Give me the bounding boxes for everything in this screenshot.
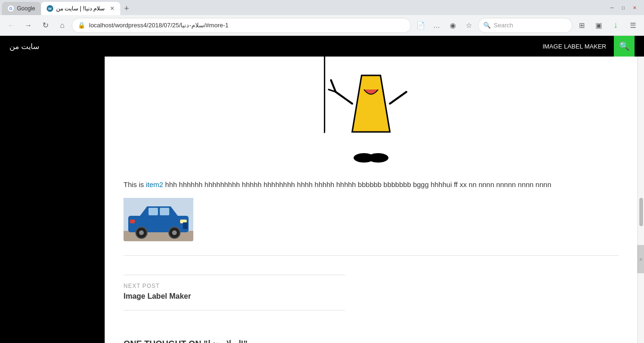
download-button[interactable]: ↓	[608, 18, 623, 33]
svg-point-6	[368, 153, 388, 163]
post-text: This is item2 hhh hhhhhh hhhhhhhhh hhhhh…	[124, 179, 619, 190]
tab-wp-label: سلام دنیا! | سایت من	[56, 5, 105, 12]
menu-button[interactable]: ☰	[625, 18, 640, 33]
bookmark-button[interactable]: ☆	[461, 18, 476, 33]
illustration-container	[124, 57, 619, 170]
content-area: This is item2 hhh hhhhhh hhhhhhhhh hhhhh…	[105, 57, 637, 343]
scrollbar-thumb[interactable]	[639, 198, 643, 226]
google-favicon	[8, 5, 14, 12]
next-post-title[interactable]: Image Label Maker	[124, 292, 619, 301]
stick-figure-image	[324, 57, 418, 170]
close-button[interactable]: ✕	[631, 4, 638, 11]
more-options-button[interactable]: …	[429, 18, 444, 33]
header-right: IMAGE LABEL MAKER 🔍	[535, 36, 635, 57]
refresh-button[interactable]: ↻	[38, 18, 53, 33]
comments-section: ONE THOUGHT ON "إسلام دنیا!"	[124, 334, 619, 343]
right-scrollbar[interactable]	[637, 57, 644, 343]
tab-wp[interactable]: سلام دنیا! | سایت من ✕	[41, 2, 120, 15]
svg-point-22	[172, 230, 177, 235]
reader-mode-button[interactable]: 📄	[413, 18, 428, 33]
tab-google[interactable]: Google	[2, 2, 41, 15]
svg-line-8	[390, 92, 406, 104]
sidebar-toggle-button[interactable]: ▣	[591, 18, 606, 33]
back-button[interactable]: ←	[4, 18, 19, 33]
tab-google-label: Google	[17, 5, 35, 12]
search-placeholder: Search	[494, 22, 513, 29]
search-icon: 🔍	[483, 22, 491, 29]
nav-actions: 📄 … ◉ ☆	[413, 18, 476, 33]
svg-rect-15	[149, 208, 158, 215]
minimize-button[interactable]: ─	[608, 4, 616, 11]
comments-title-quote: "إسلام دنیا!"	[204, 339, 248, 343]
wp-favicon	[47, 5, 53, 12]
scrollbar-handle[interactable]	[637, 245, 644, 273]
address-bar[interactable]: 🔒 localhost/wordpress4/2018/07/25/سلام-د…	[72, 18, 411, 33]
wp-site-header: سایت من IMAGE LABEL MAKER 🔍	[0, 36, 644, 57]
address-text: localhost/wordpress4/2018/07/25/سلام-دنی…	[89, 22, 405, 29]
lock-icon: 🔒	[78, 22, 85, 29]
title-bar: Google سلام دنیا! | سایت من ✕ + ─ □ ✕	[0, 0, 644, 15]
svg-rect-18	[130, 220, 135, 223]
svg-rect-16	[160, 208, 169, 215]
tabs-area: Google سلام دنیا! | سایت من ✕ +	[2, 0, 133, 15]
comments-title-prefix: ONE THOUGHT ON	[124, 339, 204, 343]
svg-point-20	[139, 230, 144, 235]
navigation-bar: ← → ↻ ⌂ 🔒 localhost/wordpress4/2018/07/2…	[0, 15, 644, 36]
post-nav-content: NEXT POST Image Label Maker	[124, 275, 619, 301]
browser-search-bar[interactable]: 🔍 Search	[478, 18, 572, 33]
text-before-link: This is	[124, 180, 146, 188]
next-post-label: NEXT POST	[124, 283, 619, 289]
site-title: سایت من	[9, 42, 39, 51]
page-content: سایت من IMAGE LABEL MAKER 🔍	[0, 36, 644, 343]
main-area: This is item2 hhh hhhhhh hhhhhhhhh hhhhh…	[0, 57, 644, 343]
forward-button[interactable]: →	[21, 18, 36, 33]
home-button[interactable]: ⌂	[55, 18, 70, 33]
car-svg	[124, 198, 193, 241]
svg-line-7	[336, 92, 352, 104]
window-controls: ─ □ ✕	[608, 4, 642, 11]
svg-marker-0	[352, 75, 390, 132]
maximize-button[interactable]: □	[619, 4, 627, 11]
image-label-maker-menu-item[interactable]: IMAGE LABEL MAKER	[535, 36, 614, 57]
new-tab-button[interactable]: +	[120, 2, 133, 15]
left-sidebar	[0, 57, 105, 343]
car-image-container	[124, 198, 619, 241]
car-image	[124, 198, 193, 241]
browser-window: Google سلام دنیا! | سایت من ✕ + ─ □ ✕ ← …	[0, 0, 644, 343]
pocket-button[interactable]: ◉	[445, 18, 460, 33]
comments-title: ONE THOUGHT ON "إسلام دنیا!"	[124, 339, 619, 343]
post-nav-divider-top	[124, 265, 345, 275]
post-navigation: NEXT POST Image Label Maker	[124, 255, 619, 320]
svg-rect-12	[124, 231, 193, 241]
svg-rect-23	[183, 222, 188, 229]
post-nav-divider-bottom	[124, 310, 345, 310]
tab-close-button[interactable]: ✕	[110, 5, 115, 12]
item2-link[interactable]: item2	[146, 180, 164, 188]
search-icon: 🔍	[619, 41, 629, 51]
site-search-button[interactable]: 🔍	[614, 36, 635, 57]
library-button[interactable]: ⊞	[574, 18, 589, 33]
text-after-link: hhh hhhhhh hhhhhhhhh hhhhh hhhhhhhh hhhh…	[163, 180, 551, 188]
